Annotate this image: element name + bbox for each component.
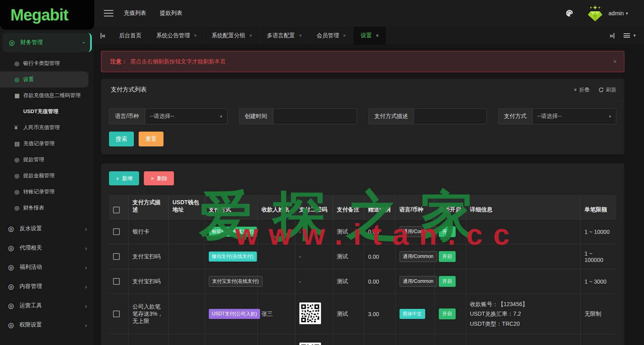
sidebar-item-rmb-recharge[interactable]: ¥ 人民币充值管理 [0,120,94,136]
sidebar-item-withdraw-manage[interactable]: ◎ 提款管理 [0,152,94,168]
table-panel: + 新增 × 删除 [101,163,624,345]
cell-detail: 收款账号： [466,334,580,345]
select-all-checkbox[interactable] [113,207,120,213]
filter-label: 创建时间 [239,109,273,124]
skip-to-last-tab-icon[interactable]: » [603,26,621,45]
row-checkbox[interactable] [113,278,120,285]
sidebar-item-permissions[interactable]: ◎ 权限设置 › [0,315,94,335]
row-checkbox[interactable] [113,253,120,260]
cell-payee [257,269,295,294]
enabled-badge[interactable]: 开启 [439,226,456,237]
tab-label: 系统公告管理 [156,32,190,39]
col-payment-method: 支付方式 [204,195,257,219]
table-header-row: 支付方式描述 USDT钱包地址 支付方式 收款人姓名 支付二维码 支付备注 赠送… [109,195,616,219]
theme-palette-icon[interactable] [565,9,574,18]
tab-settings[interactable]: 设置 × [353,26,386,45]
select-value: --请选择-- [150,113,174,120]
cell-note: 测试 [333,219,364,244]
cell-wallet [168,269,204,294]
create-time-input[interactable] [273,109,357,124]
skip-to-first-tab-icon[interactable]: « [94,26,112,45]
tab-list-menu-icon[interactable]: ▾ [621,26,638,45]
sidebar-item-finance[interactable]: ◎ 财务管理 › [2,33,92,52]
detail-line: 收款账号：【123456】 [470,299,576,309]
alert-message: 需点击右侧刷新按钮文字才能刷新本页 [130,58,613,65]
row-checkbox[interactable] [113,228,120,235]
sidebar: Megabit ◎ 财务管理 › ◎ 银行卡类型管理 ◎ 设置 ▦ 存款充值 [0,0,94,345]
tab-members[interactable]: 会员管理 × [309,26,353,45]
nav-withdraw-list[interactable]: 提款列表 [160,10,182,17]
payment-method-badge: 微信支付(在线支付) [209,252,257,262]
sidebar-item-welfare[interactable]: ◎ 福利活动 › [0,258,94,277]
delete-button[interactable]: × 删除 [144,171,174,185]
sidebar-item-label: 财务管理 [20,39,83,46]
language-currency-select[interactable]: --请选择-- ▾ [145,109,227,124]
panel-title: 支付方式列表 [111,86,565,93]
sidebar-item-agent[interactable]: ◎ 代理相关 › [0,238,94,258]
close-icon[interactable]: × [376,33,379,39]
sidebar-item-label: 提款金额管理 [23,172,55,179]
sidebar-item-operation-tools[interactable]: ◎ 运营工具 › [0,296,94,315]
cell-detail [466,269,580,294]
sidebar-item-label: 财务报表 [23,204,44,211]
tab-system-config-group[interactable]: 系统配置分组 × [204,26,260,45]
cell-note: 测试 [333,294,364,334]
circle-icon: ◎ [8,225,14,233]
sidebar-item-rebate[interactable]: ◎ 反水设置 › [0,219,94,238]
circle-icon: ◎ [14,60,23,67]
enabled-badge[interactable]: 开启 [439,276,456,287]
nav-recharge-list[interactable]: 充值列表 [124,10,146,17]
logo[interactable]: Megabit [0,0,94,30]
sidebar-item-usdt-recharge[interactable]: USDT充值管理 [0,104,94,120]
cell-bonus: 0.00 [364,219,395,244]
payment-method-select[interactable]: --请选择-- ▾ [533,109,616,124]
payment-method-panel: 支付方式列表 » 折叠 刷新 [101,79,624,154]
close-icon[interactable]: × [613,58,617,65]
circle-icon: ◎ [14,156,23,163]
sidebar-item-label: 内容管理 [20,283,85,290]
sidebar-item-settings[interactable]: ◎ 设置 [0,71,89,87]
select-value: --请选择-- [537,113,562,120]
cell-desc: USDT充值 [128,334,168,345]
refresh-button[interactable]: 刷新 [598,86,616,93]
sidebar-item-finance-report[interactable]: ◎ 财务报表 [0,200,94,216]
cell-qrcode [295,294,333,334]
tab-multilanguage[interactable]: 多语言配置 × [260,26,309,45]
caret-down-icon[interactable]: ▾ [626,11,628,16]
tab-system-announcement[interactable]: 系统公告管理 × [149,26,204,45]
avatar-gem-icon[interactable] [586,5,604,21]
tab-dashboard[interactable]: 后台首页 [112,26,149,45]
method-description-input[interactable] [414,109,487,124]
enabled-badge[interactable]: 开启 [439,308,456,319]
close-icon[interactable]: × [343,33,346,39]
sidebar-item-bank-card-type[interactable]: ◎ 银行卡类型管理 [0,55,94,71]
cell-wallet [168,334,204,345]
cell-payee [257,244,295,269]
refresh-icon [598,87,604,93]
payment-method-badge: 银联快捷(在线支付) [209,227,257,237]
collapse-button[interactable]: » 折叠 [574,86,589,93]
enabled-badge[interactable]: 开启 [439,251,456,262]
sidebar-item-recharge-records[interactable]: ▤ 充值记录管理 [0,136,94,152]
username[interactable]: admin [608,10,624,16]
close-icon[interactable]: × [299,33,302,39]
admin-app: Megabit ◎ 财务管理 › ◎ 银行卡类型管理 ◎ 设置 ▦ 存款充值 [0,0,644,345]
sidebar-item-deposit-qrcode[interactable]: ▦ 存款充值信息二维码管理 [0,87,94,104]
circle-icon: ◎ [8,321,14,329]
sidebar-item-withdraw-amount[interactable]: ◎ 提款金额管理 [0,168,94,184]
sidebar-item-content[interactable]: ◎ 内容管理 › [0,277,94,296]
language-badge: 通用/Common [400,276,437,287]
close-icon[interactable]: × [194,33,197,39]
sidebar-item-transfer-records[interactable]: ◎ 转账记录管理 [0,184,94,200]
chevron-right-icon: › [85,225,87,232]
tab-label: 系统配置分组 [212,32,245,39]
panel-header: 支付方式列表 » 折叠 刷新 [101,79,624,101]
close-icon[interactable]: × [249,33,252,39]
hamburger-icon[interactable] [104,10,113,16]
search-button[interactable]: 搜索 [109,132,134,146]
filter-label: 支付方式 [499,109,533,124]
sidebar-item-label: 银行卡类型管理 [23,60,60,67]
add-button[interactable]: + 新增 [109,171,139,185]
row-checkbox[interactable] [113,310,120,317]
reset-button[interactable]: 重置 [139,132,164,146]
